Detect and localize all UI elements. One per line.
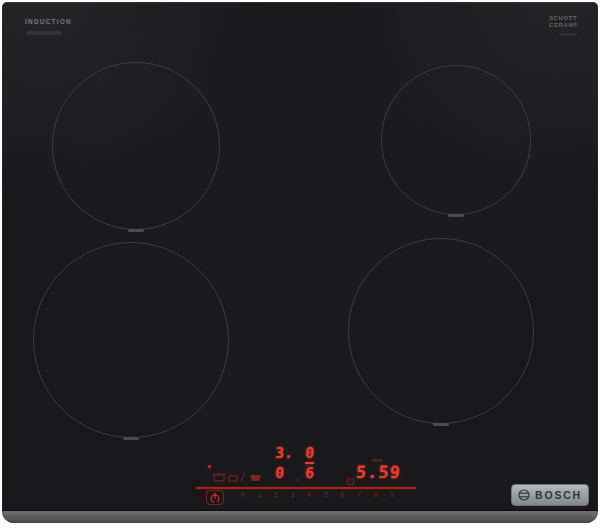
slider-level-7[interactable]: 7 bbox=[349, 491, 360, 498]
zone-display-front-right[interactable]: 6 bbox=[304, 466, 314, 481]
cooking-zone-back-right bbox=[381, 65, 531, 215]
cooking-zone-front-right bbox=[348, 238, 534, 424]
function-icons-row[interactable] bbox=[213, 469, 265, 487]
schott-line1: SCHOTT bbox=[549, 15, 578, 22]
slider-level-0[interactable]: 0 bbox=[241, 491, 245, 498]
slider-level-9[interactable]: 9 bbox=[383, 491, 394, 498]
zone-display-back-right[interactable]: 0 bbox=[304, 446, 314, 461]
slider-level-8[interactable]: 8 bbox=[366, 491, 377, 498]
model-code-blur bbox=[27, 31, 61, 35]
power-level-slider[interactable]: 0123456789 bbox=[238, 491, 397, 498]
decimal-dot bbox=[297, 479, 299, 481]
red-indicator-dot bbox=[208, 465, 211, 468]
schott-ceran-label: SCHOTT CERAN® bbox=[549, 15, 578, 36]
bosch-logo-badge: BOSCH bbox=[511, 484, 589, 506]
power-icon bbox=[209, 492, 221, 504]
slider-level-5[interactable]: 5 bbox=[316, 491, 327, 498]
bosch-logo-text: BOSCH bbox=[535, 489, 582, 501]
slider-level-2[interactable]: 2 bbox=[266, 491, 277, 498]
induction-label: INDUCTION bbox=[25, 18, 72, 25]
schott-line2: CERAN® bbox=[549, 22, 578, 29]
induction-hob: INDUCTION SCHOTT CERAN® 3. 0 0 6 min 5.5… bbox=[2, 2, 598, 523]
pot-pause-keepwarm-icons bbox=[213, 471, 265, 483]
timer-assigned-bar bbox=[305, 462, 314, 464]
front-bevel-strip bbox=[2, 511, 598, 523]
slider-level-3[interactable]: 3 bbox=[283, 491, 294, 498]
schott-subtext-blur bbox=[559, 33, 577, 36]
zone-display-front-left[interactable]: 0 bbox=[274, 466, 284, 481]
cooking-zone-front-left bbox=[33, 242, 229, 438]
slider-level-6[interactable]: 6 bbox=[333, 491, 344, 498]
cooking-zone-back-left bbox=[52, 62, 220, 230]
zone-display-back-left[interactable]: 3. bbox=[274, 446, 293, 461]
power-button[interactable] bbox=[206, 490, 224, 505]
timer-display[interactable]: 5.59 bbox=[355, 464, 401, 481]
slider-track-line bbox=[196, 487, 416, 489]
slider-level-1[interactable]: 1 bbox=[250, 491, 261, 498]
slider-level-4[interactable]: 4 bbox=[300, 491, 311, 498]
bosch-emblem-icon bbox=[518, 489, 530, 501]
